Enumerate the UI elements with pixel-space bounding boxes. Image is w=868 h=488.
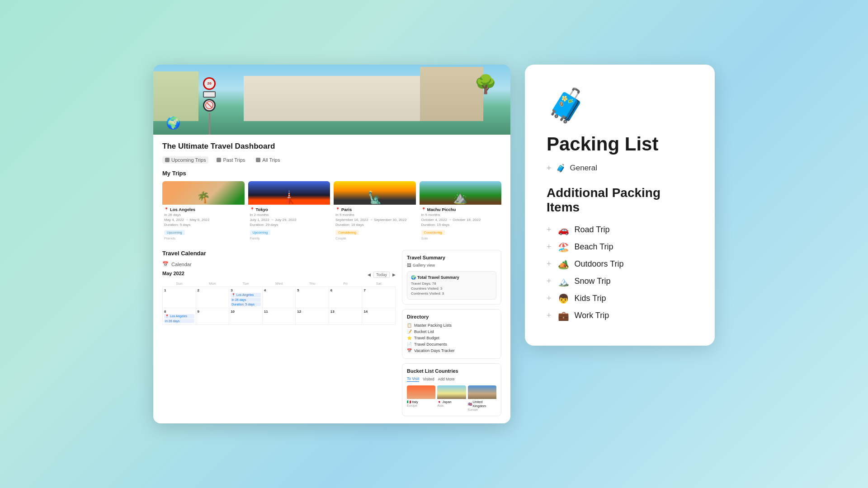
cal-cell-may8[interactable]: 8 📍 Los Angeles In 26 days	[163, 308, 196, 325]
dir-item-budget[interactable]: ⭐ Travel Budget	[407, 335, 496, 341]
tab-all-trips[interactable]: All Trips	[253, 156, 283, 164]
cal-cell-may5[interactable]: 5	[296, 287, 329, 308]
cal-cell-may12[interactable]: 12	[296, 308, 329, 325]
cal-cell-may4[interactable]: 4	[262, 287, 296, 308]
cal-cell-may11[interactable]: 11	[262, 308, 296, 325]
country-card-japan[interactable]: 🇯🇵 Japan Asia	[437, 385, 466, 411]
travel-summary-box: Travel Summary 🖼 Gallery view 🌍 Total Tr…	[402, 250, 501, 305]
my-trips-title: My Trips	[162, 170, 501, 177]
cal-cell-may13[interactable]: 13	[329, 308, 362, 325]
trip-meta-machu: In 5 months October 4, 2022 → October 18…	[421, 212, 500, 228]
outdoors-trip-label: Outdoors Trip	[575, 259, 624, 269]
calendar-prev-button[interactable]: ◀	[368, 272, 371, 277]
trip-name-la: 📍 Los Angeles	[164, 207, 243, 212]
cal-event-la2: 📍 Los Angeles	[164, 314, 194, 319]
stat-countries: Countries Visited: 3	[411, 286, 492, 291]
cal-header-sun: Sun	[163, 281, 196, 287]
bucket-tabs-row: To Visit Visited Add More	[407, 376, 496, 382]
country-img-italy	[407, 385, 435, 399]
country-card-italy[interactable]: 🇮🇹 Italy Europe	[407, 385, 435, 411]
stat-continents: Continents Visited: 3	[411, 291, 492, 296]
snow-trip-emoji: 🏔️	[558, 276, 569, 287]
packing-item-work-trip[interactable]: + 💼 Work Trip	[547, 308, 693, 324]
trip-tags-tokyo: Family	[250, 236, 329, 240]
trip-name-tokyo: 📍 Tokyo	[250, 207, 329, 212]
cal-header-thu: Thu	[296, 281, 329, 287]
trip-flag-tokyo: 📍	[250, 207, 255, 211]
bucket-tab-visited[interactable]: Visited	[423, 377, 434, 381]
tabs-row: Upcoming Trips Past Trips All Trips	[162, 156, 501, 164]
tab-icon-all	[256, 158, 260, 162]
tab-past-trips[interactable]: Past Trips	[214, 156, 248, 164]
trees-decoration: 🌳	[474, 74, 497, 95]
work-trip-label: Work Trip	[575, 311, 609, 320]
cal-row-2: 8 📍 Los Angeles In 26 days 9 10 11 12 13…	[163, 308, 396, 325]
trip-flag-machu: 📍	[421, 207, 426, 211]
cal-cell-may2[interactable]: 2	[196, 287, 229, 308]
cal-cell-may7[interactable]: 7	[362, 287, 396, 308]
summary-card: 🌍 Total Travel Summary Travel Days: 78 C…	[407, 271, 496, 300]
trip-meta-paris: In 5 months September 16, 2022 → Septemb…	[335, 212, 414, 228]
summary-view-row[interactable]: 🖼 Gallery view	[407, 263, 496, 267]
cal-cell-may3[interactable]: 3 📍 Los Angeles In 26 days Duration: 5 d…	[229, 287, 263, 308]
bucket-tab-to-visit[interactable]: To Visit	[407, 376, 419, 382]
tab-icon-past	[217, 158, 221, 162]
main-container: 🌳 20 🚫 The Ultimate Travel Dashboard Upc…	[135, 47, 733, 442]
cal-header-sat: Sat	[362, 281, 396, 287]
dir-item-vacation[interactable]: 📅 Vacation Days Tracker	[407, 347, 496, 354]
country-region-uk: Europe	[468, 408, 496, 411]
bucket-tab-add-more[interactable]: Add More	[438, 377, 455, 381]
trip-badge-paris: Considering	[335, 230, 359, 235]
packing-item-snow-trip[interactable]: + 🏔️ Snow Trip	[547, 273, 693, 290]
cal-cell-may14[interactable]: 14	[362, 308, 396, 325]
trip-card-tokyo[interactable]: 📍 Tokyo In 2 months July 1, 2022 → July …	[248, 181, 330, 243]
calendar-grid: Sun Mon Tue Wed Thu Fri Sat 1	[162, 281, 396, 325]
packing-item-kids-trip[interactable]: + 👦 Kids Trip	[547, 291, 693, 307]
trip-info-machu: 📍 Machu Picchu In 5 months October 4, 20…	[420, 205, 502, 243]
general-item[interactable]: + 🧳 General	[547, 164, 693, 173]
country-region-japan: Asia	[437, 404, 466, 407]
calendar-next-button[interactable]: ▶	[392, 272, 396, 277]
cal-event-la-dur: Duration: 5 days	[231, 302, 261, 306]
cal-cell-may9[interactable]: 9	[196, 308, 229, 325]
cal-header-mon: Mon	[196, 281, 229, 287]
dir-icon-vacation: 📅	[407, 348, 412, 353]
snow-trip-label: Snow Trip	[575, 277, 611, 286]
trip-flag-la: 📍	[164, 207, 169, 211]
dir-item-packing[interactable]: 📋 Master Packing Lists	[407, 322, 496, 328]
country-img-uk	[468, 385, 496, 399]
general-label: General	[570, 164, 597, 173]
trip-card-paris[interactable]: 📍 Paris In 5 months September 16, 2022 →…	[334, 181, 416, 243]
dir-item-bucket[interactable]: 📝 Bucket List	[407, 328, 496, 335]
stat-travel-days: Travel Days: 78	[411, 282, 492, 286]
trip-meta-tokyo: In 2 months July 1, 2022 → July 29, 2022…	[250, 212, 329, 228]
cal-cell-may1[interactable]: 1	[163, 287, 196, 308]
packing-item-beach-trip[interactable]: + 🏖️ Beach Trip	[547, 239, 693, 255]
country-img-japan	[437, 385, 466, 399]
cal-row-1: 1 2 3 📍 Los Angeles In 26 days Duration:…	[163, 287, 396, 308]
building-left	[153, 71, 198, 121]
country-flag-japan: 🇯🇵	[437, 400, 441, 404]
packing-item-road-trip[interactable]: + 🚗 Road Trip	[547, 222, 693, 238]
sign-pole	[209, 113, 210, 135]
calendar-today-button[interactable]: Today	[373, 272, 390, 278]
trip-card-machu[interactable]: 📍 Machu Picchu In 5 months October 4, 20…	[420, 181, 502, 243]
cal-cell-may6[interactable]: 6	[329, 287, 362, 308]
packing-list-title: Packing List	[547, 134, 693, 155]
tab-upcoming-trips[interactable]: Upcoming Trips	[162, 156, 208, 164]
trip-name-paris: 📍 Paris	[335, 207, 414, 212]
dashboard-title: The Ultimate Travel Dashboard	[162, 142, 501, 151]
cal-event-la: 📍 Los Angeles	[231, 293, 261, 297]
trip-badge-tokyo: Upcoming	[250, 230, 271, 235]
packing-item-outdoors-trip[interactable]: + 🏕️ Outdoors Trip	[547, 256, 693, 272]
trip-card-la[interactable]: 📍 Los Angeles In 26 days May 4, 2022 → M…	[162, 181, 245, 243]
no-entry-sign: 🚫	[203, 99, 216, 112]
beach-trip-label: Beach Trip	[575, 242, 613, 252]
calendar-nav: May 2022 ◀ Today ▶	[162, 271, 396, 279]
general-item-icon: 🧳	[556, 164, 566, 173]
kids-trip-add-icon: +	[547, 294, 552, 303]
dir-item-docs[interactable]: 📄 Travel Documents	[407, 341, 496, 347]
country-card-uk[interactable]: 🇬🇧 United Kingdom Europe	[468, 385, 496, 411]
packing-list-items: + 🚗 Road Trip + 🏖️ Beach Trip + 🏕️ Outdo…	[547, 222, 693, 324]
cal-cell-may10[interactable]: 10	[229, 308, 263, 325]
